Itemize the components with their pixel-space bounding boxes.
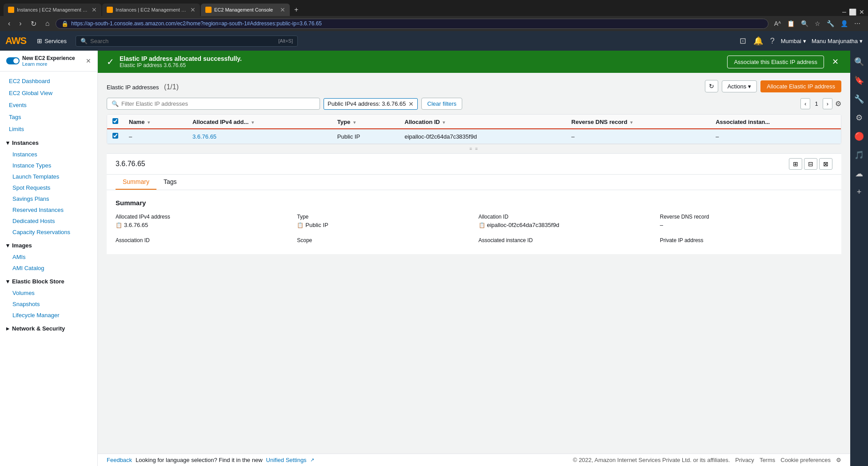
sidebar-item-tags[interactable]: Tags: [0, 111, 97, 123]
ip-address-link[interactable]: 3.6.76.65: [192, 133, 216, 140]
back-button[interactable]: ‹: [5, 19, 13, 28]
pagination-prev-button[interactable]: ‹: [800, 98, 810, 109]
sidebar-item-events[interactable]: Events: [0, 99, 97, 111]
sidebar-section-header-ebs[interactable]: ▾ Elastic Block Store: [0, 275, 97, 287]
footer-settings-icon[interactable]: ⚙: [836, 457, 841, 463]
copy-icon-3[interactable]: 📋: [479, 222, 485, 228]
row-checkbox[interactable]: [112, 133, 118, 139]
filter-search-input[interactable]: [121, 100, 315, 107]
sidebar-item-reserved-instances[interactable]: Reserved Instances: [0, 204, 97, 215]
detail-tab-tags[interactable]: Tags: [156, 175, 184, 190]
sidebar-section-header-network[interactable]: ▸ Network & Security: [0, 323, 97, 335]
search-input[interactable]: [90, 38, 276, 44]
sidebar-item-capacity-reservations[interactable]: Capacity Reservations: [0, 227, 97, 238]
sidebar-item-ec2-global-view[interactable]: EC2 Global View: [0, 87, 97, 99]
sidebar-item-instance-types[interactable]: Instance Types: [0, 160, 97, 171]
table-row[interactable]: – 3.6.76.65 Public IP eipalloc-0f2c64da7…: [107, 129, 841, 144]
detail-view-icon-3[interactable]: ⊠: [819, 158, 832, 170]
right-cloud-icon[interactable]: ☁: [852, 166, 866, 181]
maximize-button[interactable]: ⬜: [849, 8, 856, 16]
col-associated-instance[interactable]: Associated instan...: [710, 115, 841, 129]
sidebar-item-amis[interactable]: AMIs: [0, 251, 97, 263]
tab-close-1[interactable]: ✕: [92, 6, 97, 13]
detail-view-icon-1[interactable]: ⊞: [789, 158, 802, 170]
new-tab-button[interactable]: +: [291, 6, 302, 14]
sidebar-item-launch-templates[interactable]: Launch Templates: [0, 171, 97, 182]
menu-button[interactable]: ⋯: [852, 19, 863, 28]
table-settings-button[interactable]: ⚙: [835, 100, 841, 108]
footer-cookies-link[interactable]: Cookie preferences: [780, 457, 831, 463]
sidebar-item-volumes[interactable]: Volumes: [0, 287, 97, 299]
sidebar-item-limits[interactable]: Limits: [0, 123, 97, 135]
col-type[interactable]: Type ▾: [332, 115, 399, 129]
row-allocated-ipv4[interactable]: 3.6.76.65: [187, 129, 332, 144]
close-sidebar-button[interactable]: ✕: [86, 57, 91, 64]
user-menu[interactable]: Manu Manjunatha ▾: [812, 38, 863, 44]
detail-view-icon-2[interactable]: ⊟: [804, 158, 817, 170]
actions-button[interactable]: Actions ▾: [722, 80, 757, 92]
sidebar-item-lifecycle-manager[interactable]: Lifecycle Manager: [0, 310, 97, 321]
sidebar-item-snapshots[interactable]: Snapshots: [0, 299, 97, 310]
footer-privacy-link[interactable]: Privacy: [735, 457, 754, 463]
console-home-icon[interactable]: ⊡: [739, 35, 747, 47]
col-name[interactable]: Name ▾: [124, 115, 187, 129]
browser-tab-1[interactable]: Instances | EC2 Management Co... ✕: [4, 4, 101, 16]
tab-close-2[interactable]: ✕: [190, 6, 196, 13]
right-search-icon[interactable]: 🔍: [852, 54, 867, 69]
row-checkbox-cell[interactable]: [107, 129, 124, 144]
feedback-link[interactable]: Feedback: [107, 457, 132, 463]
col-allocated-ipv4[interactable]: Allocated IPv4 add... ▾: [187, 115, 332, 129]
clear-filters-button[interactable]: Clear filters: [421, 98, 462, 110]
copy-icon-1[interactable]: 📋: [116, 222, 122, 228]
right-settings-icon[interactable]: ⚙: [853, 110, 865, 125]
right-circle-icon[interactable]: 🔴: [852, 129, 867, 144]
tab-close-3[interactable]: ✕: [280, 6, 285, 13]
zoom-button[interactable]: 🔍: [799, 19, 811, 28]
pagination-next-button[interactable]: ›: [823, 98, 832, 109]
col-allocation-id[interactable]: Allocation ID ▾: [399, 115, 566, 129]
browser-tab-2[interactable]: Instances | EC2 Management Co... ✕: [102, 4, 200, 16]
select-all-checkbox[interactable]: [112, 118, 118, 124]
right-add-icon[interactable]: +: [854, 185, 864, 199]
search-bar[interactable]: 🔍 [Alt+S]: [76, 36, 298, 47]
sidebar-item-dedicated-hosts[interactable]: Dedicated Hosts: [0, 215, 97, 227]
search-input-wrapper[interactable]: 🔍: [107, 98, 320, 110]
sidebar-section-header-instances[interactable]: ▾ Instances: [0, 137, 97, 149]
copy-icon-2[interactable]: 📋: [297, 222, 304, 228]
reader-mode-button[interactable]: Aᴬ: [772, 19, 783, 28]
refresh-button[interactable]: ↻: [705, 80, 718, 92]
unified-settings-link[interactable]: Unified Settings: [266, 457, 307, 463]
right-tool-icon[interactable]: 🔧: [852, 92, 867, 107]
help-icon[interactable]: ?: [769, 36, 776, 47]
home-button[interactable]: ⌂: [43, 19, 52, 28]
detail-tab-summary[interactable]: Summary: [116, 175, 156, 190]
learn-more-link[interactable]: Learn more: [22, 61, 75, 67]
minimize-button[interactable]: –: [842, 8, 846, 16]
table-scroll-area[interactable]: Name ▾ Allocated IPv4 add... ▾ Type: [107, 115, 841, 144]
banner-close-button[interactable]: ✕: [829, 56, 841, 68]
allocate-elastic-ip-button[interactable]: Allocate Elastic IP address: [760, 80, 841, 92]
notifications-icon[interactable]: 🔔: [752, 35, 764, 47]
sidebar-item-savings-plans[interactable]: Savings Plans: [0, 193, 97, 204]
footer-terms-link[interactable]: Terms: [760, 457, 775, 463]
sidebar-section-header-images[interactable]: ▾ Images: [0, 239, 97, 251]
sidebar-item-ec2-dashboard[interactable]: EC2 Dashboard: [0, 75, 97, 87]
bookmark-button[interactable]: ☆: [812, 19, 823, 28]
services-button[interactable]: ⊞ Services: [33, 36, 70, 46]
col-reverse-dns[interactable]: Reverse DNS record ▾: [566, 115, 711, 129]
close-window-button[interactable]: ✕: [859, 8, 864, 16]
reload-button[interactable]: ↻: [28, 19, 39, 29]
associate-elastic-ip-button[interactable]: Associate this Elastic IP address: [727, 56, 824, 68]
resize-handle[interactable]: = =: [107, 144, 841, 153]
profile-button[interactable]: 👤: [838, 19, 850, 28]
address-bar[interactable]: 🔒 https://ap-south-1.console.aws.amazon.…: [56, 19, 768, 29]
forward-button[interactable]: ›: [16, 19, 24, 28]
right-bookmark-icon[interactable]: 🔖: [852, 73, 867, 88]
browser-tab-3[interactable]: EC2 Management Console ✕: [201, 4, 290, 16]
sidebar-item-spot-requests[interactable]: Spot Requests: [0, 182, 97, 193]
filter-tag-remove-button[interactable]: ✕: [408, 100, 414, 108]
toggle-switch[interactable]: [6, 57, 20, 64]
right-music-icon[interactable]: 🎵: [852, 147, 867, 163]
sidebar-item-ami-catalog[interactable]: AMI Catalog: [0, 263, 97, 274]
extensions-button[interactable]: 🔧: [824, 19, 836, 28]
